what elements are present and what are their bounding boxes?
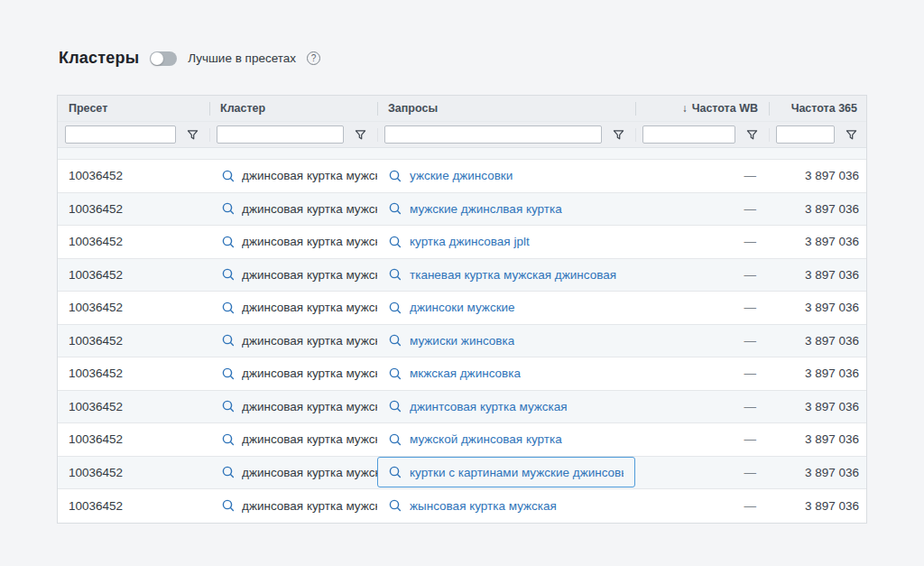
search-icon[interactable] bbox=[222, 367, 235, 380]
freq-wb-value: — bbox=[744, 301, 757, 314]
best-in-presets-toggle[interactable] bbox=[150, 51, 177, 66]
search-icon[interactable] bbox=[222, 499, 235, 512]
column-header-2[interactable]: Запросы bbox=[377, 96, 635, 121]
search-icon[interactable] bbox=[389, 268, 402, 281]
freq-wb-cell: — bbox=[635, 423, 769, 456]
query-cell: мужской джинсовая куртка bbox=[377, 423, 635, 456]
search-icon[interactable] bbox=[389, 400, 402, 413]
search-icon[interactable] bbox=[222, 170, 235, 182]
preset-value: 10036452 bbox=[69, 301, 123, 314]
filter-funnel-icon[interactable] bbox=[182, 125, 202, 144]
table-row: 10036452 джинсовая куртка мужска ужские … bbox=[58, 160, 866, 193]
freq-wb-value: — bbox=[744, 235, 757, 248]
sort-desc-icon: ↓ bbox=[682, 102, 688, 115]
search-icon[interactable] bbox=[389, 466, 402, 478]
preset-value: 10036452 bbox=[69, 466, 123, 479]
freq-wb-cell: — bbox=[635, 357, 769, 390]
search-icon[interactable] bbox=[389, 334, 402, 347]
cluster-cell: джинсовая куртка мужска bbox=[209, 226, 377, 258]
search-icon[interactable] bbox=[222, 334, 235, 347]
cluster-value: джинсовая куртка мужска bbox=[242, 268, 377, 282]
query-cell: жынсовая куртка мужская bbox=[377, 489, 635, 523]
filter-input-4[interactable] bbox=[776, 125, 835, 144]
preset-cell: 10036452 bbox=[58, 160, 209, 192]
search-icon[interactable] bbox=[389, 433, 402, 446]
freq-wb-value: — bbox=[744, 499, 757, 513]
preset-cell: 10036452 bbox=[58, 226, 209, 258]
search-icon[interactable] bbox=[222, 268, 235, 281]
preset-value: 10036452 bbox=[69, 202, 123, 216]
query-link[interactable]: тканевая куртка мужская джинсовая bbox=[410, 268, 616, 282]
column-header-1[interactable]: Кластер bbox=[209, 96, 377, 121]
freq-wb-cell: — bbox=[635, 259, 769, 292]
filter-funnel-icon[interactable] bbox=[742, 125, 762, 144]
query-cell: ужские джинсовки bbox=[377, 160, 635, 192]
freq-365-cell: 3 897 036 bbox=[769, 193, 868, 226]
filter-input-1[interactable] bbox=[217, 125, 344, 144]
filter-funnel-icon[interactable] bbox=[350, 125, 370, 144]
filter-input-0[interactable] bbox=[65, 125, 176, 144]
search-icon[interactable] bbox=[389, 367, 402, 380]
table-row: 10036452 джинсовая куртка мужска джинтсо… bbox=[58, 391, 866, 424]
freq-wb-value: — bbox=[744, 334, 757, 348]
query-cell-inner: мужиски жинсовка bbox=[377, 325, 635, 356]
search-icon[interactable] bbox=[222, 400, 235, 413]
preset-cell: 10036452 bbox=[58, 489, 209, 523]
search-icon[interactable] bbox=[222, 302, 235, 314]
query-link[interactable]: жынсовая куртка мужская bbox=[410, 499, 557, 513]
filter-input-3[interactable] bbox=[642, 125, 735, 144]
freq-365-cell: 3 897 036 bbox=[769, 457, 868, 489]
query-cell-inner: ужские джинсовки bbox=[377, 161, 635, 191]
column-header-0[interactable]: Пресет bbox=[58, 96, 209, 121]
query-link[interactable]: куртка джинсовая jplt bbox=[410, 235, 530, 248]
column-header-3[interactable]: ↓Частота WB bbox=[635, 96, 769, 121]
filter-funnel-icon[interactable] bbox=[608, 125, 628, 144]
filter-cell-1 bbox=[209, 122, 377, 147]
table-row: 10036452 джинсовая куртка мужска мкжская… bbox=[58, 357, 866, 391]
freq-365-value: 3 897 036 bbox=[805, 466, 859, 479]
column-header-4[interactable]: Частота 365 bbox=[769, 96, 868, 121]
search-icon[interactable] bbox=[389, 236, 402, 248]
help-icon[interactable]: ? bbox=[307, 51, 320, 65]
cluster-cell: джинсовая куртка мужска bbox=[209, 325, 377, 357]
query-link[interactable]: мужской джинсовая куртка bbox=[410, 432, 562, 446]
table-filter-row bbox=[58, 122, 866, 148]
freq-wb-value: — bbox=[744, 268, 757, 282]
search-icon[interactable] bbox=[389, 499, 402, 512]
query-link[interactable]: ужские джинсовки bbox=[410, 169, 513, 182]
filter-funnel-icon[interactable] bbox=[841, 125, 861, 144]
query-link[interactable]: мужские джинслвая куртка bbox=[410, 202, 562, 216]
freq-365-value: 3 897 036 bbox=[805, 169, 859, 182]
search-icon[interactable] bbox=[222, 236, 235, 248]
cluster-value: джинсовая куртка мужска bbox=[242, 367, 377, 380]
query-link[interactable]: куртки с картинами мужские джинсовые bbox=[410, 466, 624, 479]
cluster-value: джинсовая куртка мужска bbox=[242, 400, 377, 413]
cluster-cell: джинсовая куртка мужска bbox=[209, 160, 377, 192]
table-row: 10036452 джинсовая куртка мужска мужиски… bbox=[58, 325, 866, 358]
freq-365-cell: 3 897 036 bbox=[769, 226, 868, 258]
search-icon[interactable] bbox=[222, 202, 235, 215]
search-icon[interactable] bbox=[389, 202, 402, 215]
toggle-label: Лучшие в пресетах bbox=[188, 51, 296, 65]
column-header-label: Частота 365 bbox=[791, 102, 857, 115]
preset-cell: 10036452 bbox=[58, 391, 209, 423]
search-icon[interactable] bbox=[389, 302, 402, 314]
search-icon[interactable] bbox=[222, 466, 235, 478]
preset-cell: 10036452 bbox=[58, 457, 209, 489]
freq-365-value: 3 897 036 bbox=[805, 334, 859, 348]
query-cell-inner: куртки с картинами мужские джинсовые bbox=[377, 457, 635, 487]
query-link[interactable]: джинтсовая куртка мужская bbox=[410, 400, 568, 413]
search-icon[interactable] bbox=[389, 170, 402, 182]
freq-365-value: 3 897 036 bbox=[805, 202, 859, 216]
query-cell: мкжская джинсовка bbox=[377, 357, 635, 390]
query-link[interactable]: мкжская джинсовка bbox=[410, 367, 521, 380]
query-link[interactable]: джинсоки мужские bbox=[410, 301, 515, 314]
preset-value: 10036452 bbox=[69, 268, 123, 282]
preset-cell: 10036452 bbox=[58, 325, 209, 357]
filter-input-2[interactable] bbox=[384, 125, 602, 144]
query-link[interactable]: мужиски жинсовка bbox=[410, 334, 514, 348]
freq-365-cell: 3 897 036 bbox=[769, 325, 868, 357]
freq-365-cell: 3 897 036 bbox=[769, 292, 868, 324]
freq-wb-value: — bbox=[744, 432, 757, 446]
search-icon[interactable] bbox=[222, 433, 235, 446]
